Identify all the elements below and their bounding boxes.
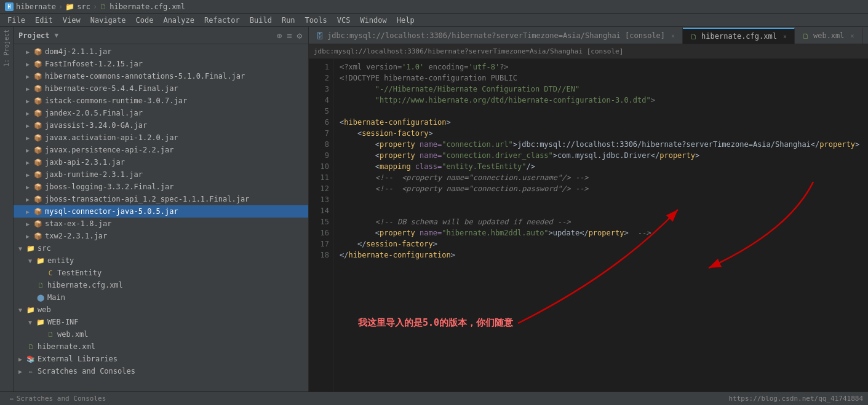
class-icon: C	[46, 268, 55, 278]
breadcrumb: jdbc:mysql://localhost:3306/hibernate?se…	[314, 47, 623, 55]
menu-analyze[interactable]: Analyze	[158, 14, 199, 27]
expand-arrow: ▶	[26, 135, 33, 141]
tree-item-cfg[interactable]: 🗋 hibernate.cfg.xml	[14, 279, 308, 291]
tree-item[interactable]: ▶ 📦 jboss-logging-3.3.2.Final.jar	[14, 181, 308, 193]
tree-item[interactable]: ▶ 📦 txw2-2.3.1.jar	[14, 230, 308, 242]
tree-item-hibernatexml[interactable]: 🗋 hibernate.xml	[14, 340, 308, 353]
menu-run[interactable]: Run	[277, 14, 300, 27]
project-tree: ▶ 📦 dom4j-2.1.1.jar ▶ 📦 FastInfoset-1.2.…	[14, 44, 308, 391]
extlib-icon: 📚	[26, 354, 36, 364]
tab-close[interactable]: ×	[851, 33, 854, 39]
project-strip-item[interactable]: 1: Project	[1, 29, 13, 66]
tab-console-label: jdbc:mysql://localhost:3306/hibernate?se…	[327, 31, 665, 40]
menu-tools[interactable]: Tools	[300, 14, 332, 27]
tab-webxml-label: web.xml	[813, 31, 845, 40]
xml-tab-icon: 🗋	[690, 33, 698, 40]
xml-web-tab-icon: 🗋	[802, 32, 810, 39]
jar-icon: 📦	[33, 47, 43, 57]
tree-item-externlibs[interactable]: ▶ 📚 External Libraries	[14, 353, 308, 365]
src-crumb: 📁 src	[65, 2, 90, 11]
tree-item[interactable]: ▶ 📦 javassist-3.24.0-GA.jar	[14, 119, 308, 132]
tree-item[interactable]: ▶ 📦 stax-ex-1.8.jar	[14, 218, 308, 230]
expand-arrow: ▶	[26, 122, 33, 129]
line-numbers: 123456789101112131415161718	[309, 59, 333, 391]
project-header-icons: ⊕ ≡ ⚙	[276, 29, 303, 42]
jar-icon: 📦	[33, 71, 43, 81]
tree-item[interactable]: ▶ 📦 jboss-transaction-api_1.2_spec-1.1.1…	[14, 193, 308, 205]
tree-item[interactable]: ▶ 📦 jandex-2.0.5.Final.jar	[14, 107, 308, 119]
expand-arrow: ▶	[26, 159, 33, 166]
tab-close[interactable]: ×	[671, 33, 675, 39]
tab-close[interactable]: ×	[783, 33, 787, 40]
tab-webxml[interactable]: 🗋 web.xml ×	[795, 28, 862, 44]
expand-arrow: ▼	[18, 307, 26, 313]
jar-icon: 📦	[33, 120, 43, 130]
separator1: ›	[58, 2, 63, 11]
tree-item-webinf[interactable]: ▼ 📁 WEB-INF	[14, 316, 308, 328]
tree-item[interactable]: ▶ 📦 istack-commons-runtime-3.0.7.jar	[14, 95, 308, 107]
folder-icon: 📁	[36, 256, 46, 265]
locate-icon[interactable]: ⊕	[276, 29, 283, 42]
tree-item-testentity[interactable]: C TestEntity	[14, 267, 308, 279]
menu-edit[interactable]: Edit	[30, 14, 58, 27]
expand-arrow: ▼	[18, 245, 26, 252]
menu-code[interactable]: Code	[131, 14, 159, 27]
collapse-icon[interactable]: ≡	[285, 29, 293, 42]
expand-arrow: ▶	[26, 147, 33, 154]
jar-icon: 📦	[33, 59, 43, 69]
jar-icon: 📦	[33, 219, 43, 229]
menu-build[interactable]: Build	[245, 14, 277, 27]
tab-console[interactable]: 🗄 jdbc:mysql://localhost:3306/hibernate?…	[309, 28, 683, 44]
project-panel: Project ▼ ⊕ ≡ ⚙ ▶ 📦 dom4j-2.1.1.jar ▶ 📦 …	[14, 27, 309, 391]
menu-refactor[interactable]: Refactor	[199, 14, 245, 27]
tree-item[interactable]: ▶ 📦 hibernate-core-5.4.4.Final.jar	[14, 82, 308, 95]
menu-navigate[interactable]: Navigate	[86, 14, 131, 27]
scratches-bottom-label: Scratches and Consoles	[17, 395, 106, 403]
expand-arrow: ▶	[26, 221, 33, 227]
code-content: 123456789101112131415161718 <?xml versio…	[309, 59, 868, 391]
tree-item[interactable]: ▶ 📦 hibernate-commons-annotations-5.1.0.…	[14, 70, 308, 82]
tree-item[interactable]: ▶ 📦 javax.activation-api-1.2.0.jar	[14, 132, 308, 144]
expand-arrow: ▶	[26, 208, 33, 215]
tree-item-src[interactable]: ▼ 📁 src	[14, 242, 308, 254]
jar-icon: 📦	[33, 145, 43, 155]
expand-arrow: ▶	[26, 98, 33, 104]
expand-arrow: ▶	[18, 356, 26, 363]
tree-item[interactable]: ▶ 📦 javax.persistence-api-2.2.jar	[14, 144, 308, 156]
menu-view[interactable]: View	[58, 14, 86, 27]
expand-arrow: ▶	[26, 73, 33, 80]
selected-tree-item[interactable]: ▶ 📦 mysql-connector-java-5.0.5.jar	[14, 205, 308, 218]
expand-arrow: ▶	[26, 110, 33, 117]
tab-hibernate-cfg[interactable]: 🗋 hibernate.cfg.xml ×	[683, 28, 795, 44]
code-editor[interactable]: 123456789101112131415161718 <?xml versio…	[309, 59, 868, 391]
scratches-bottom-item[interactable]: ✏ Scratches and Consoles	[5, 395, 111, 403]
project-header: Project ▼ ⊕ ≡ ⚙	[14, 27, 308, 44]
tree-item[interactable]: ▶ 📦 FastInfoset-1.2.15.jar	[14, 58, 308, 70]
tree-item-entity[interactable]: ▼ 📁 entity	[14, 254, 308, 267]
tree-item-webxml[interactable]: 🗋 web.xml	[14, 328, 308, 340]
menu-help[interactable]: Help	[392, 14, 420, 27]
project-icon: H	[5, 2, 14, 11]
expand-arrow: ▶	[26, 184, 33, 191]
scratches-icon: ✏	[26, 366, 36, 376]
tree-item[interactable]: ▶ 📦 jaxb-api-2.3.1.jar	[14, 156, 308, 168]
folder-icon: 📁	[26, 305, 36, 315]
jar-icon: 📦	[33, 170, 43, 179]
scratches-label: Scratches and Consoles	[38, 367, 135, 376]
file-crumb: 🗋 hibernate.cfg.xml	[100, 2, 185, 11]
tree-item-scratches[interactable]: ▶ ✏ Scratches and Consoles	[14, 365, 308, 377]
jar-icon: 📦	[33, 133, 43, 143]
menu-window[interactable]: Window	[355, 14, 391, 27]
tree-item-web[interactable]: ▼ 📁 web	[14, 304, 308, 316]
menu-vcs[interactable]: VCS	[332, 14, 356, 27]
jar-icon: 📦	[33, 194, 43, 204]
tree-item-main[interactable]: ⬤ Main	[14, 291, 308, 304]
bottom-bar: ✏ Scratches and Consoles https://blog.cs…	[0, 391, 868, 405]
tree-item[interactable]: ▶ 📦 jaxb-runtime-2.3.1.jar	[14, 168, 308, 181]
main-icon: ⬤	[36, 293, 46, 302]
jar-icon: 📦	[33, 182, 43, 192]
tree-item[interactable]: ▶ 📦 dom4j-2.1.1.jar	[14, 45, 308, 58]
menu-file[interactable]: File	[2, 14, 30, 27]
settings-icon[interactable]: ⚙	[296, 29, 303, 42]
expand-arrow: ▶	[18, 368, 26, 375]
